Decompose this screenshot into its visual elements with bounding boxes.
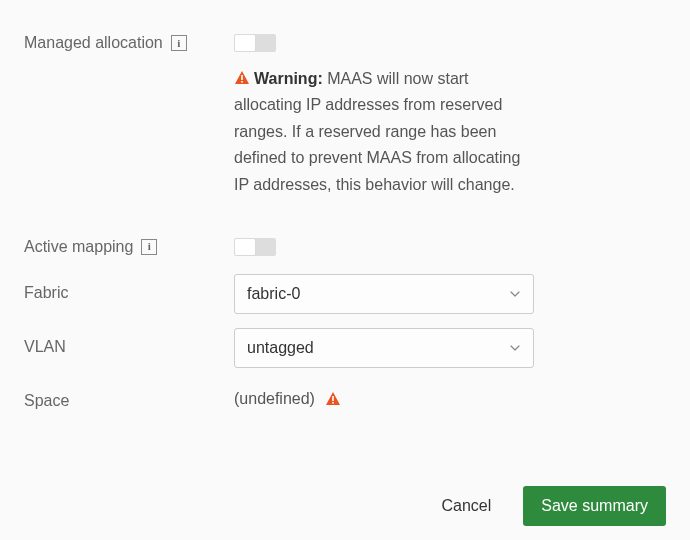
subnet-summary-form: Managed allocation i Warning: MAAS will … <box>0 0 690 444</box>
info-icon[interactable]: i <box>141 239 157 255</box>
managed-allocation-warning: Warning: MAAS will now start allocating … <box>234 66 534 198</box>
fabric-label-group: Fabric <box>24 274 234 302</box>
vlan-row: VLAN untagged <box>24 328 666 368</box>
fabric-select-value: fabric-0 <box>247 285 300 303</box>
space-label-group: Space <box>24 382 234 410</box>
space-row: Space (undefined) <box>24 382 666 410</box>
fabric-select[interactable]: fabric-0 <box>234 274 534 314</box>
warning-label: Warning: <box>254 70 323 87</box>
active-mapping-row: Active mapping i <box>24 232 666 256</box>
space-value: (undefined) <box>234 390 315 408</box>
warning-icon <box>234 70 250 86</box>
managed-allocation-label-group: Managed allocation i <box>24 28 234 52</box>
vlan-select-value: untagged <box>247 339 314 357</box>
cancel-button[interactable]: Cancel <box>423 486 509 526</box>
active-mapping-label-group: Active mapping i <box>24 232 234 256</box>
space-value-group: (undefined) <box>234 382 534 408</box>
svg-rect-1 <box>241 81 243 83</box>
active-mapping-control <box>234 232 534 256</box>
managed-allocation-control: Warning: MAAS will now start allocating … <box>234 28 534 222</box>
managed-allocation-row: Managed allocation i Warning: MAAS will … <box>24 28 666 222</box>
fabric-row: Fabric fabric-0 <box>24 274 666 314</box>
form-actions: Cancel Save summary <box>0 486 690 526</box>
svg-rect-2 <box>332 396 334 401</box>
toggle-knob <box>235 35 255 51</box>
warning-text: MAAS will now start allocating IP addres… <box>234 70 520 193</box>
fabric-label: Fabric <box>24 284 68 302</box>
chevron-down-icon <box>509 288 521 300</box>
warning-icon <box>325 391 341 407</box>
managed-allocation-label: Managed allocation <box>24 34 163 52</box>
active-mapping-toggle[interactable] <box>234 238 276 256</box>
info-icon[interactable]: i <box>171 35 187 51</box>
managed-allocation-toggle[interactable] <box>234 34 276 52</box>
active-mapping-label: Active mapping <box>24 238 133 256</box>
svg-rect-0 <box>241 75 243 80</box>
save-summary-button[interactable]: Save summary <box>523 486 666 526</box>
vlan-select[interactable]: untagged <box>234 328 534 368</box>
vlan-label-group: VLAN <box>24 328 234 356</box>
chevron-down-icon <box>509 342 521 354</box>
toggle-knob <box>235 239 255 255</box>
vlan-label: VLAN <box>24 338 66 356</box>
svg-rect-3 <box>332 402 334 404</box>
space-label: Space <box>24 392 69 410</box>
